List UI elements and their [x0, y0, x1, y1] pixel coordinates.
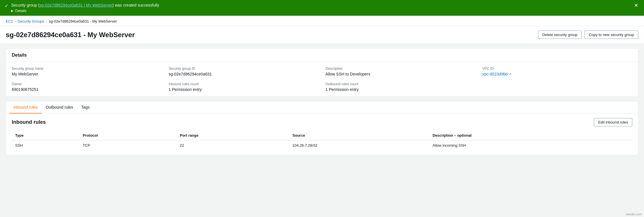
breadcrumb-security-groups-link[interactable]: Security Groups — [17, 19, 44, 23]
banner-content: ✓ Security group (sg-02e7d86294ce0a631 |… — [5, 3, 159, 13]
tab-outbound-rules[interactable]: Outbound rules — [42, 101, 77, 114]
detail-label-vpc-id: VPC ID — [482, 67, 632, 71]
col-port-range: Port range — [176, 131, 289, 140]
detail-label-sg-name: Security group name — [12, 67, 162, 71]
detail-value-sg-name: My WebServer — [12, 72, 162, 76]
tabs-container: Inbound rules Outbound rules Tags Inboun… — [6, 101, 638, 155]
detail-security-group-name: Security group name My WebServer — [12, 67, 162, 76]
detail-value-outbound-count: 1 Permission entry — [326, 87, 476, 92]
cell-type: SSH — [12, 140, 79, 150]
detail-value-vpc-id: vpc-d010d9bb ↗ — [482, 72, 632, 76]
page-header: sg-02e7d86294ce0a631 - My WebServer Dele… — [0, 26, 644, 44]
table-body: SSH TCP 22 104.26.7.28/32 Allow incoming… — [12, 140, 632, 150]
detail-label-inbound-count: Inbound rules count — [169, 82, 319, 86]
cell-description: Allow incoming SSH — [429, 140, 632, 150]
banner-message: Security group (sg-02e7d86294ce0a631 | M… — [11, 3, 159, 7]
vpc-id-link[interactable]: vpc-d010d9bb ↗ — [482, 72, 632, 76]
detail-value-inbound-count: 1 Permission entry — [169, 87, 319, 92]
tab-tags[interactable]: Tags — [77, 101, 94, 114]
table-header-row: Type Protocol Port range Source Descript… — [12, 131, 632, 140]
details-card: Details Security group name My WebServer… — [6, 48, 638, 97]
banner-details-toggle[interactable]: ▶ Details — [11, 9, 159, 13]
detail-description: Description Allow SSH to Developers — [326, 67, 476, 76]
cell-protocol: TCP — [79, 140, 176, 150]
detail-owner: Owner 690190675251 — [12, 82, 162, 92]
details-label: Details — [15, 9, 27, 13]
external-link-icon: ↗ — [509, 72, 511, 76]
detail-value-description: Allow SSH to Developers — [326, 72, 476, 76]
banner-link[interactable]: sg-02e7d86294ce0a631 | My WebServer — [40, 3, 113, 7]
inbound-rules-title: Inbound rules — [12, 119, 46, 125]
delete-security-group-button[interactable]: Delete security group — [538, 31, 582, 39]
page-title: sg-02e7d86294ce0a631 - My WebServer — [6, 31, 135, 39]
details-card-body: Security group name My WebServer Securit… — [6, 62, 638, 96]
banner-prefix: Security group ( — [11, 3, 40, 7]
banner-text-container: Security group (sg-02e7d86294ce0a631 | M… — [11, 3, 159, 13]
banner-close-button[interactable]: ✕ — [633, 3, 639, 8]
table-row: SSH TCP 22 104.26.7.28/32 Allow incoming… — [12, 140, 632, 150]
detail-inbound-rules-count: Inbound rules count 1 Permission entry — [169, 82, 319, 92]
banner-suffix: ) was created successfully — [113, 3, 159, 7]
detail-empty — [482, 82, 632, 92]
detail-outbound-rules-count: Outbound rules count 1 Permission entry — [326, 82, 476, 92]
breadcrumb-sep-2: › — [46, 19, 47, 23]
details-card-header: Details — [6, 49, 638, 62]
details-grid: Security group name My WebServer Securit… — [12, 67, 632, 92]
header-actions: Delete security group Copy to new securi… — [538, 31, 638, 39]
detail-value-sg-id: sg-02e7d86294ce0a631 — [169, 72, 319, 76]
success-icon: ✓ — [5, 3, 8, 9]
detail-label-owner: Owner — [12, 82, 162, 86]
copy-security-group-button[interactable]: Copy to new security group — [584, 31, 638, 39]
edit-inbound-rules-button[interactable]: Edit inbound rules — [594, 118, 632, 126]
details-arrow-icon: ▶ — [11, 9, 13, 12]
success-banner: ✓ Security group (sg-02e7d86294ce0a631 |… — [0, 0, 644, 16]
table-head: Type Protocol Port range Source Descript… — [12, 131, 632, 140]
cell-source: 104.26.7.28/32 — [289, 140, 429, 150]
col-protocol: Protocol — [79, 131, 176, 140]
breadcrumb-ec2-link[interactable]: EC2 — [6, 19, 13, 23]
detail-value-owner: 690190675251 — [12, 87, 162, 92]
detail-label-sg-id: Security group ID — [169, 67, 319, 71]
cell-port-range: 22 — [176, 140, 289, 150]
tabs-header: Inbound rules Outbound rules Tags — [6, 101, 638, 114]
tabs-body: Inbound rules Edit inbound rules Type Pr… — [6, 114, 638, 155]
detail-label-outbound-count: Outbound rules count — [326, 82, 476, 86]
main-content: Details Security group name My WebServer… — [0, 44, 644, 160]
inbound-rules-table: Type Protocol Port range Source Descript… — [12, 131, 632, 150]
tab-inbound-rules[interactable]: Inbound rules — [9, 101, 42, 114]
detail-security-group-id: Security group ID sg-02e7d86294ce0a631 — [169, 67, 319, 76]
breadcrumb-current: sg-02e7d86294ce0a631 - My WebServer — [49, 19, 117, 23]
col-description: Description – optional — [429, 131, 632, 140]
breadcrumb-sep-1: › — [15, 19, 16, 23]
col-type: Type — [12, 131, 79, 140]
detail-label-description: Description — [326, 67, 476, 71]
col-source: Source — [289, 131, 429, 140]
inbound-rules-header: Inbound rules Edit inbound rules — [12, 118, 632, 126]
detail-vpc-id: VPC ID vpc-d010d9bb ↗ — [482, 67, 632, 76]
breadcrumb: EC2 › Security Groups › sg-02e7d86294ce0… — [0, 16, 644, 26]
